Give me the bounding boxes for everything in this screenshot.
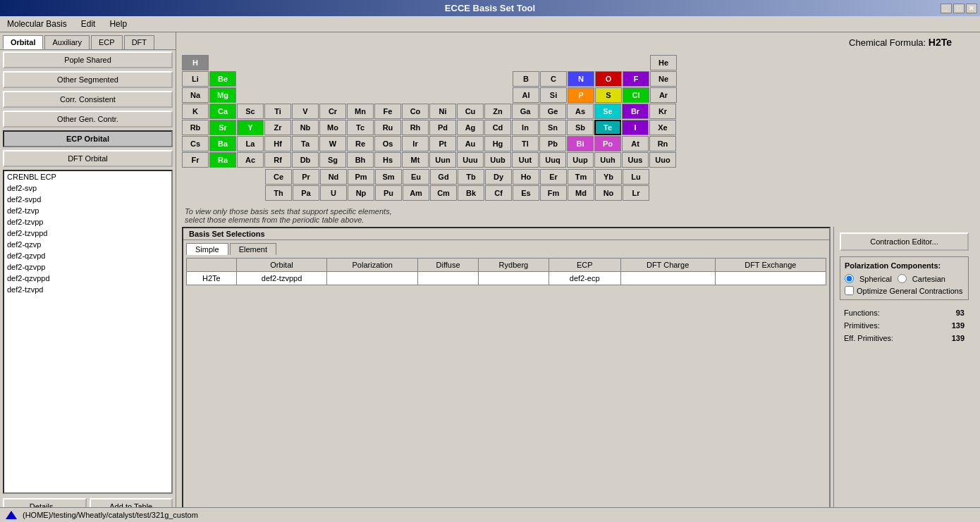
element-Gd[interactable]: Gd (430, 169, 457, 185)
element-Es[interactable]: Es (513, 185, 539, 201)
tab-auxiliary[interactable]: Auxiliary (44, 35, 90, 49)
element-Ni[interactable]: Ni (429, 104, 456, 119)
element-Sr[interactable]: Sr (209, 120, 236, 135)
element-Yb[interactable]: Yb (595, 169, 622, 185)
list-item[interactable]: def2-qzvp (4, 239, 171, 250)
element-Th[interactable]: Th (265, 185, 292, 201)
element-Rf[interactable]: Rf (264, 152, 291, 168)
element-Cm[interactable]: Cm (430, 185, 457, 201)
element-Sc[interactable]: Sc (237, 104, 264, 119)
element-Pa[interactable]: Pa (293, 185, 319, 201)
element-Ge[interactable]: Ge (539, 104, 566, 119)
element-Na[interactable]: Na (182, 87, 209, 103)
element-Tc[interactable]: Tc (347, 120, 374, 135)
element-Mo[interactable]: Mo (319, 120, 346, 135)
optimize-checkbox[interactable] (845, 286, 854, 295)
element-Rh[interactable]: Rh (402, 120, 429, 135)
element-Po[interactable]: Po (594, 136, 621, 151)
element-Re[interactable]: Re (347, 136, 374, 151)
menu-help[interactable]: Help (105, 18, 131, 30)
element-Ga[interactable]: Ga (512, 104, 539, 119)
element-Ba[interactable]: Ba (209, 136, 236, 151)
element-Br[interactable]: Br (622, 104, 649, 119)
list-item[interactable]: def2-tzvpd (4, 284, 171, 295)
element-Hg[interactable]: Hg (484, 136, 511, 151)
element-Zn[interactable]: Zn (484, 104, 511, 119)
element-Ra[interactable]: Ra (209, 152, 236, 168)
element-Zr[interactable]: Zr (264, 120, 291, 135)
element-Pd[interactable]: Pd (429, 120, 456, 135)
list-item[interactable]: def2-svpd (4, 194, 171, 205)
element-At[interactable]: At (622, 136, 649, 151)
element-Os[interactable]: Os (374, 136, 401, 151)
element-Er[interactable]: Er (540, 169, 567, 185)
element-Bi[interactable]: Bi (567, 136, 594, 151)
element-Al[interactable]: Al (513, 87, 539, 103)
list-item[interactable]: CRENBL ECP (4, 171, 171, 182)
element-Db[interactable]: Db (292, 152, 319, 168)
list-item[interactable]: def2-tzvp (4, 205, 171, 216)
element-La[interactable]: La (237, 136, 264, 151)
radio-cartesian[interactable] (898, 274, 907, 283)
element-Si[interactable]: Si (540, 87, 567, 103)
element-H[interactable]: H (182, 55, 209, 70)
element-Lr[interactable]: Lr (623, 185, 649, 201)
element-Ac[interactable]: Ac (237, 152, 264, 168)
element-Sb[interactable]: Sb (567, 120, 594, 135)
element-Au[interactable]: Au (457, 136, 484, 151)
element-Uut[interactable]: Uut (512, 152, 539, 168)
element-N[interactable]: N (568, 71, 594, 87)
element-Xe[interactable]: Xe (649, 120, 676, 135)
element-W[interactable]: W (319, 136, 346, 151)
element-Bk[interactable]: Bk (458, 185, 484, 201)
element-Np[interactable]: Np (348, 185, 374, 201)
menu-edit[interactable]: Edit (77, 18, 100, 30)
element-Hf[interactable]: Hf (264, 136, 291, 151)
radio-spherical[interactable] (845, 274, 854, 283)
element-Ti[interactable]: Ti (264, 104, 291, 119)
element-Fm[interactable]: Fm (540, 185, 567, 201)
element-Cu[interactable]: Cu (457, 104, 484, 119)
element-C[interactable]: C (540, 71, 567, 87)
element-I[interactable]: I (622, 120, 649, 135)
element-S[interactable]: S (595, 87, 622, 103)
tab-dft[interactable]: DFT (124, 35, 154, 49)
element-Ta[interactable]: Ta (292, 136, 319, 151)
element-Ar[interactable]: Ar (650, 87, 677, 103)
element-F[interactable]: F (623, 71, 649, 87)
element-V[interactable]: V (292, 104, 319, 119)
element-Mg[interactable]: Mg (209, 87, 236, 103)
element-Cf[interactable]: Cf (485, 185, 512, 201)
element-K[interactable]: K (182, 104, 209, 119)
element-Lu[interactable]: Lu (623, 169, 649, 185)
element-Ce[interactable]: Ce (265, 169, 292, 185)
element-Tm[interactable]: Tm (568, 169, 594, 185)
category-corr-consistent[interactable]: Corr. Consistent (3, 91, 173, 108)
element-Uun[interactable]: Uun (429, 152, 456, 168)
element-As[interactable]: As (567, 104, 594, 119)
element-Ag[interactable]: Ag (457, 120, 484, 135)
element-Uus[interactable]: Uus (622, 152, 649, 168)
element-In[interactable]: In (512, 120, 539, 135)
element-Pm[interactable]: Pm (348, 169, 374, 185)
element-Be[interactable]: Be (209, 71, 236, 87)
element-Mt[interactable]: Mt (402, 152, 429, 168)
element-Li[interactable]: Li (182, 71, 209, 87)
element-Te[interactable]: Te (594, 120, 621, 135)
menu-molecular-basis[interactable]: Molecular Basis (3, 18, 71, 30)
element-Y[interactable]: Y (237, 120, 264, 135)
element-Sn[interactable]: Sn (539, 120, 566, 135)
element-Pt[interactable]: Pt (429, 136, 456, 151)
element-Pr[interactable]: Pr (293, 169, 319, 185)
element-Uuu[interactable]: Uuu (457, 152, 484, 168)
element-He[interactable]: He (650, 55, 677, 70)
element-Rb[interactable]: Rb (182, 120, 209, 135)
category-other-gen-contr[interactable]: Other Gen. Contr. (3, 111, 173, 128)
minimize-button[interactable]: _ (941, 4, 952, 13)
element-Hs[interactable]: Hs (374, 152, 401, 168)
element-Mn[interactable]: Mn (347, 104, 374, 119)
element-Sg[interactable]: Sg (319, 152, 346, 168)
element-Am[interactable]: Am (403, 185, 429, 201)
element-Nd[interactable]: Nd (320, 169, 347, 185)
element-No[interactable]: No (595, 185, 622, 201)
